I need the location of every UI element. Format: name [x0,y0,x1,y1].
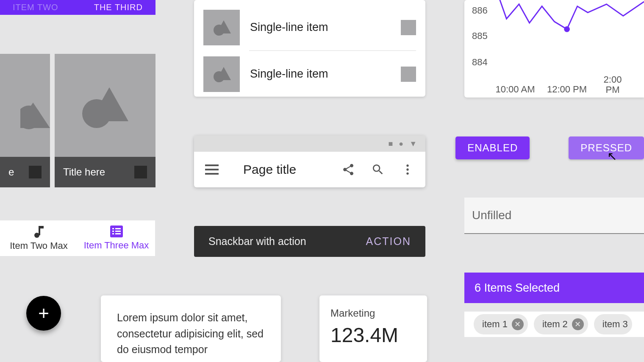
svg-rect-13 [115,228,121,229]
y-tick: 884 [472,57,488,68]
chip-remove-icon[interactable]: ✕ [512,318,524,330]
chip-label: item 2 [542,319,568,330]
svg-rect-12 [112,228,114,229]
bottom-nav: Item Two Max Item Three Max [0,220,155,256]
svg-rect-16 [112,233,114,234]
list-item[interactable]: Single-line item [194,4,425,50]
svg-point-4 [564,26,570,32]
chip-item-1[interactable]: item 1 ✕ [474,314,528,334]
y-tick: 886 [472,5,488,16]
more-icon[interactable] [401,163,414,176]
snackbar: Snackbar with action ACTION [194,226,425,257]
chip-row: item 1 ✕ item 2 ✕ item 3 [464,312,644,337]
unfilled-textfield[interactable]: Unfilled [464,198,644,234]
bottom-nav-label: Item Three Max [84,240,149,251]
textfield-label: Unfilled [472,209,511,222]
app-bar-card: ■ ● ▼ Page title [194,136,425,187]
list-thumb-icon [203,10,240,45]
chip-remove-icon[interactable]: ✕ [572,318,584,330]
list-item[interactable]: Single-line item [194,51,425,97]
search-icon[interactable] [371,163,385,176]
chip-item-2[interactable]: item 2 ✕ [534,314,588,334]
card-action-icon[interactable] [29,166,42,178]
enabled-button[interactable]: ENABLED [455,136,530,159]
svg-rect-14 [112,231,114,232]
card-row: e Title here [0,54,155,187]
snackbar-message: Snackbar with action [208,235,366,248]
placeholder-icon [80,83,130,130]
svg-rect-17 [115,233,121,234]
selection-header: 6 Items Selected [464,273,644,303]
pressed-button[interactable]: PRESSED [569,136,644,159]
svg-point-5 [406,164,408,167]
music-note-icon [33,225,44,238]
fab-add-button[interactable]: + [26,296,61,331]
share-icon[interactable] [341,163,355,176]
plus-icon: + [38,303,49,324]
tab-the-third[interactable]: THE THIRD [94,3,143,12]
card-title: Title here [63,166,105,178]
chart-plot [494,0,644,75]
media-card[interactable]: e [0,54,50,187]
list-item-action-icon[interactable] [401,67,416,82]
window-maximize-icon[interactable]: ● [399,139,403,148]
stat-value: 123.4M [330,323,416,347]
bottom-nav-label: Item Two Max [10,240,68,251]
list-card: Single-line item Single-line item [194,0,425,97]
list-item-action-icon[interactable] [401,20,416,35]
svg-point-6 [406,168,408,170]
bottom-nav-item-three[interactable]: Item Three Max [78,226,155,251]
text-card-body: Lorem ipsum dolor sit amet, consectetur … [117,310,265,358]
chip-label: item 3 [602,319,628,330]
line-chart: 886 885 884 10:00 AM 12:00 PM 2:00 PM [464,0,644,97]
tab-item-two[interactable]: ITEM TWO [13,3,58,12]
window-minimize-icon[interactable]: ■ [388,139,393,148]
bottom-nav-item-two[interactable]: Item Two Max [0,225,78,251]
page-title: Page title [243,162,325,177]
list-icon [110,226,123,237]
svg-rect-10 [39,226,44,228]
window-controls: ■ ● ▼ [194,136,425,152]
chip-label: item 1 [482,319,508,330]
card-title-partial: e [8,166,14,178]
svg-point-7 [406,173,408,175]
x-tick: 10:00 AM [494,84,536,95]
chip-item-3[interactable]: item 3 [594,314,632,334]
x-tick: 12:00 PM [546,84,588,95]
text-card: Lorem ipsum dolor sit amet, consectetur … [101,295,281,362]
window-close-icon[interactable]: ▼ [409,139,417,148]
selection-count: 6 Items Selected [475,281,560,295]
svg-rect-15 [115,231,121,232]
list-thumb-icon [203,56,240,92]
stat-label: Marketing [330,307,416,319]
x-tick: 2:00 PM [596,75,630,95]
y-tick: 885 [472,31,488,42]
list-item-label: Single-line item [250,67,401,81]
menu-icon[interactable] [205,164,219,175]
top-tabs: ITEM TWO THE THIRD [0,0,155,15]
stat-card: Marketing 123.4M [319,295,427,362]
card-action-icon[interactable] [134,166,147,178]
media-card[interactable]: Title here [55,54,155,187]
list-item-label: Single-line item [250,21,401,34]
snackbar-action-button[interactable]: ACTION [366,235,411,248]
